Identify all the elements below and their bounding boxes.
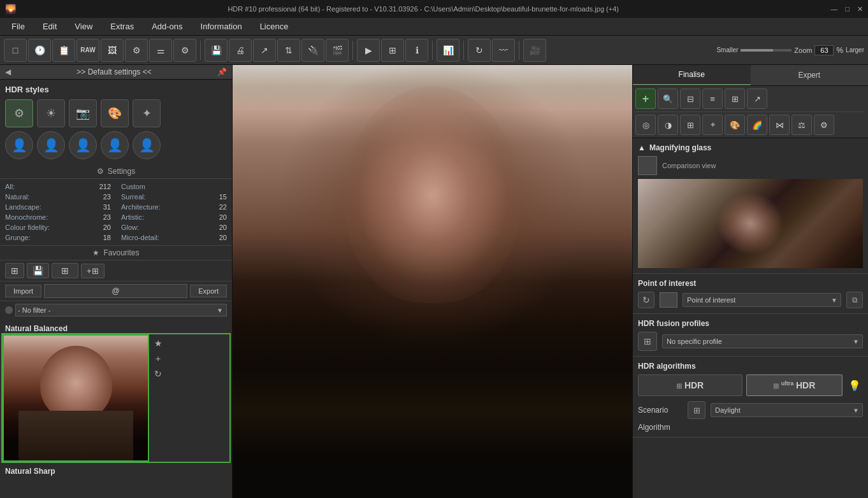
tb-info[interactable]: ℹ: [405, 39, 428, 62]
lightbulb-btn[interactable]: 💡: [846, 377, 863, 394]
filter-micro-detail[interactable]: Micro-detail:20: [121, 232, 227, 243]
close-button[interactable]: ✕: [857, 5, 863, 13]
tb-sliders[interactable]: ⚌: [149, 39, 172, 62]
filter-landscape[interactable]: Landscape:31: [5, 202, 111, 212]
style-icon-sun[interactable]: ☀: [37, 99, 65, 127]
tb-raw[interactable]: RAW: [76, 39, 99, 62]
tab-finalise[interactable]: Finalise: [633, 65, 751, 85]
rt-settings-btn[interactable]: ⚙: [814, 115, 834, 135]
algo-buttons-row: ⊞ HDR ⊞ ultra HDR 💡: [638, 374, 863, 396]
settings-row[interactable]: ⚙ Settings: [0, 164, 232, 178]
menu-information[interactable]: Information: [192, 19, 251, 34]
style-icon-star[interactable]: ✦: [133, 99, 161, 127]
rt-curves-btn[interactable]: ⚖: [792, 115, 812, 135]
poi-refresh-icon[interactable]: ↻: [638, 292, 655, 308]
filter-architecture[interactable]: Architecture:22: [121, 202, 227, 212]
filter-custom[interactable]: Custom: [121, 181, 227, 192]
filter-grunge[interactable]: Grunge:18: [5, 232, 111, 243]
tb-video[interactable]: 🎥: [523, 39, 546, 62]
tb-save[interactable]: 📋: [52, 39, 75, 62]
style-icon-palette[interactable]: 🎨: [101, 99, 129, 127]
import-button[interactable]: Import: [5, 285, 41, 297]
style-avatar-1[interactable]: 👤: [5, 131, 33, 159]
save-preset-btn[interactable]: 💾: [27, 263, 49, 278]
poi-copy-icon[interactable]: ⧉: [846, 292, 863, 308]
style-avatar-3[interactable]: 👤: [69, 131, 97, 159]
preview-thumb-1[interactable]: [3, 334, 149, 462]
ultra-hdr-button[interactable]: ⊞ ultra HDR: [746, 374, 843, 396]
preview-item-natural-balanced[interactable]: ★ + ↻: [3, 334, 229, 462]
filter-select[interactable]: - No filter -: [15, 304, 227, 317]
preview-star-btn[interactable]: ★: [152, 337, 164, 350]
zoom-input[interactable]: [814, 45, 834, 55]
style-avatar-2[interactable]: 👤: [37, 131, 65, 159]
tb-adjust[interactable]: ⚙: [125, 39, 148, 62]
rt-rainbow-btn[interactable]: 🌈: [747, 115, 767, 135]
preview-plus-btn[interactable]: +: [152, 352, 164, 365]
style-icon-camera[interactable]: 📷: [69, 99, 97, 127]
tb-compare[interactable]: ⊞: [381, 39, 404, 62]
tb-play[interactable]: ▶: [357, 39, 380, 62]
at-button[interactable]: @: [44, 284, 187, 298]
preview-actions-1: ★ + ↻: [149, 334, 167, 462]
filter-monochrome[interactable]: Monochrome:23: [5, 212, 111, 222]
tb-histogram[interactable]: 📊: [437, 39, 459, 62]
rt-add-btn[interactable]: +: [635, 89, 656, 109]
filter-glow[interactable]: Glow:20: [121, 222, 227, 232]
rt-compare-btn[interactable]: ⊞: [725, 89, 745, 109]
tb-waveform[interactable]: 〰: [492, 39, 515, 62]
style-avatar-4[interactable]: 👤: [101, 131, 129, 159]
menu-view[interactable]: View: [66, 19, 101, 34]
rt-circle-btn[interactable]: ◎: [635, 115, 656, 135]
fusion-select[interactable]: No specific profile: [662, 334, 863, 348]
hdr-button[interactable]: ⊞ HDR: [638, 374, 742, 396]
add-preset-btn[interactable]: +⊞: [81, 264, 105, 278]
tb-export[interactable]: ↗: [253, 39, 276, 62]
tb-settings[interactable]: ⚙: [173, 39, 196, 62]
tb-open[interactable]: 🕐: [28, 39, 51, 62]
filter-colour-fidelity[interactable]: Colour fidelity:20: [5, 222, 111, 232]
grid-btn[interactable]: ⊞: [5, 263, 24, 278]
filter-artistic[interactable]: Artistic:20: [121, 212, 227, 222]
menu-extras[interactable]: Extras: [101, 19, 143, 34]
header-pin[interactable]: 📌: [217, 68, 227, 76]
menu-addons[interactable]: Add-ons: [143, 19, 191, 34]
menu-edit[interactable]: Edit: [34, 19, 66, 34]
tb-new[interactable]: □: [4, 39, 27, 62]
poi-select[interactable]: Point of interest: [683, 293, 841, 307]
grid2-btn[interactable]: ⊞: [52, 263, 78, 278]
rt-stack-btn[interactable]: ≡: [702, 89, 723, 109]
filter-natural[interactable]: Natural:23: [5, 192, 111, 202]
mag-arrow-icon: ▲: [638, 143, 646, 152]
tab-expert[interactable]: Expert: [751, 65, 869, 85]
tb-filmstrip[interactable]: 🎬: [326, 39, 349, 62]
export-button[interactable]: Export: [190, 285, 227, 297]
scenario-select[interactable]: Daylight Indoor Night Golden Hour: [711, 403, 863, 417]
tb-share[interactable]: ⇅: [277, 39, 300, 62]
menu-licence[interactable]: Licence: [251, 19, 298, 34]
minimize-button[interactable]: —: [830, 5, 837, 13]
favourites-row[interactable]: ★ Favourites: [0, 245, 232, 260]
style-icon-gear[interactable]: ⚙: [5, 99, 33, 127]
filter-surreal[interactable]: Surreal:15: [121, 192, 227, 202]
rt-grid-btn[interactable]: ⊞: [680, 115, 700, 135]
rt-search-btn[interactable]: 🔍: [658, 89, 678, 109]
rt-layers-btn[interactable]: ⊟: [680, 89, 700, 109]
rt-export-btn[interactable]: ↗: [747, 89, 767, 109]
tb-image[interactable]: 🖼: [101, 39, 124, 62]
filter-all[interactable]: All:212: [5, 181, 111, 192]
tb-refresh[interactable]: ↻: [468, 39, 491, 62]
menu-file[interactable]: File: [3, 19, 34, 34]
maximize-button[interactable]: □: [845, 5, 850, 13]
style-avatar-5[interactable]: 👤: [133, 131, 161, 159]
tb-plugin[interactable]: 🔌: [301, 39, 324, 62]
magnifier-preview-img: [638, 179, 863, 268]
preview-refresh-btn[interactable]: ↻: [152, 367, 164, 380]
comparison-view-label[interactable]: Comparison view: [662, 162, 716, 169]
rt-wheel-btn[interactable]: 🎨: [725, 115, 745, 135]
tb-print[interactable]: 🖨: [229, 39, 252, 62]
tb-save2[interactable]: 💾: [205, 39, 228, 62]
rt-nodes-btn[interactable]: ⋈: [769, 115, 790, 135]
rt-dropper-btn[interactable]: ⌖: [702, 115, 723, 135]
rt-half-circle-btn[interactable]: ◑: [658, 115, 678, 135]
